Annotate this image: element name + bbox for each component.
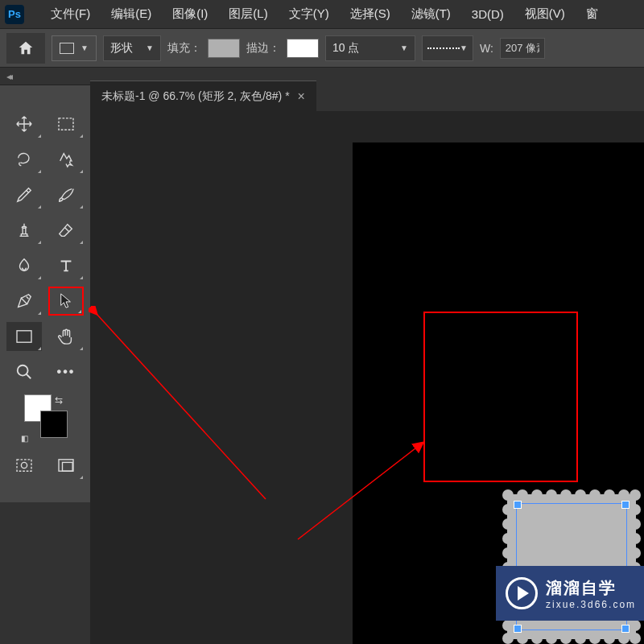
document-tab[interactable]: 未标题-1 @ 66.7% (矩形 2, 灰色/8#) * × (90, 80, 316, 111)
menu-layer[interactable]: 图层(L) (218, 2, 278, 27)
menu-file[interactable]: 文件(F) (40, 2, 101, 27)
document-tab-title: 未标题-1 @ 66.7% (矩形 2, 灰色/8#) * (101, 89, 290, 104)
quick-mask-mode[interactable] (6, 451, 42, 480)
default-colors-icon[interactable]: ◧ (21, 434, 28, 443)
menu-filter[interactable]: 滤镜(T) (401, 2, 461, 27)
dotted-line-icon (427, 47, 460, 49)
svg-rect-1 (17, 331, 31, 342)
play-icon (518, 586, 529, 601)
menu-3d[interactable]: 3D(D) (461, 2, 514, 26)
resize-handle-top-left[interactable] (514, 501, 522, 509)
tool-preset-picker[interactable]: ▼ (52, 35, 97, 61)
menu-image[interactable]: 图像(I) (162, 2, 218, 27)
svg-rect-5 (59, 460, 73, 471)
rectangle-tool[interactable] (6, 322, 42, 351)
watermark-logo (506, 577, 538, 609)
chevron-down-icon: ▼ (146, 43, 154, 52)
shape-mode-dropdown[interactable]: 形状 ▼ (103, 35, 161, 61)
stroke-color-swatch[interactable] (287, 39, 319, 58)
lasso-tool[interactable] (6, 145, 42, 174)
shape-mode-label: 形状 (110, 41, 133, 56)
rectangular-marquee-tool[interactable] (48, 109, 84, 138)
gradient-tool[interactable] (6, 251, 42, 280)
edit-toolbar[interactable]: ••• (48, 357, 84, 386)
type-tool[interactable] (48, 251, 84, 280)
double-chevron-left-icon: ◂◂ (6, 71, 10, 82)
svg-rect-0 (59, 118, 73, 130)
brush-tool[interactable] (48, 180, 84, 209)
chevron-down-icon: ▼ (80, 43, 89, 52)
width-input[interactable] (500, 38, 545, 59)
document-tab-strip: 未标题-1 @ 66.7% (矩形 2, 灰色/8#) * × (90, 80, 316, 111)
stroke-style-dropdown[interactable]: ▼ (422, 35, 473, 61)
options-bar: ▼ 形状 ▼ 填充： 描边： 10 点 ▼ ▼ W: (0, 29, 644, 68)
swap-colors-icon[interactable]: ⇆ (55, 394, 63, 406)
home-button[interactable] (6, 33, 45, 64)
color-swatches: ⇆ ◧ (21, 394, 69, 443)
resize-handle-bottom-right[interactable] (621, 625, 630, 633)
watermark-url: zixue.3d66.com (546, 599, 636, 610)
menu-select[interactable]: 选择(S) (340, 2, 401, 27)
ps-logo: Ps (5, 5, 24, 24)
svg-point-2 (18, 365, 28, 376)
ellipsis-icon: ••• (57, 365, 76, 379)
stroke-width-dropdown[interactable]: 10 点 ▼ (325, 35, 415, 61)
close-icon[interactable]: × (298, 89, 305, 104)
width-label: W: (480, 42, 493, 55)
fill-label: 填充： (167, 41, 201, 56)
hand-tool[interactable] (48, 322, 84, 351)
canvas-area[interactable]: 溜溜自学 zixue.3d66.com (90, 111, 644, 644)
watermark-title: 溜溜自学 (546, 577, 636, 599)
resize-handle-top-right[interactable] (621, 501, 630, 509)
menu-view[interactable]: 视图(V) (514, 2, 576, 27)
document-canvas[interactable]: 溜溜自学 zixue.3d66.com (353, 142, 644, 644)
svg-rect-3 (17, 460, 31, 471)
tools-panel: ••• ⇆ ◧ (0, 85, 90, 502)
rectangle-icon (60, 43, 74, 54)
svg-point-4 (21, 462, 27, 468)
move-tool[interactable] (6, 109, 42, 138)
resize-handle-bottom-left[interactable] (514, 625, 522, 633)
watermark: 溜溜自学 zixue.3d66.com (496, 566, 644, 621)
eraser-tool[interactable] (48, 216, 84, 245)
screen-mode[interactable] (48, 451, 84, 480)
stroke-width-value: 10 点 (332, 41, 359, 56)
pen-tool[interactable] (6, 287, 42, 316)
menu-bar: Ps 文件(F) 编辑(E) 图像(I) 图层(L) 文字(Y) 选择(S) 滤… (0, 0, 644, 29)
menu-type[interactable]: 文字(Y) (279, 2, 340, 27)
menu-edit[interactable]: 编辑(E) (101, 2, 162, 27)
clone-stamp-tool[interactable] (6, 216, 42, 245)
annotation-highlight-box (423, 312, 578, 482)
chevron-down-icon: ▼ (400, 43, 408, 52)
eyedropper-tool[interactable] (6, 180, 42, 209)
chevron-down-icon: ▼ (460, 43, 468, 52)
zoom-tool[interactable] (6, 357, 42, 386)
stroke-label: 描边： (246, 41, 280, 56)
panel-collapse-strip[interactable]: ◂◂ (0, 68, 90, 85)
svg-rect-6 (63, 462, 73, 471)
home-icon (17, 39, 35, 57)
menu-window[interactable]: 窗 (576, 2, 609, 27)
quick-selection-tool[interactable] (48, 145, 84, 174)
path-selection-tool[interactable] (48, 287, 84, 316)
fill-color-swatch[interactable] (208, 39, 240, 58)
background-color[interactable] (40, 411, 68, 438)
